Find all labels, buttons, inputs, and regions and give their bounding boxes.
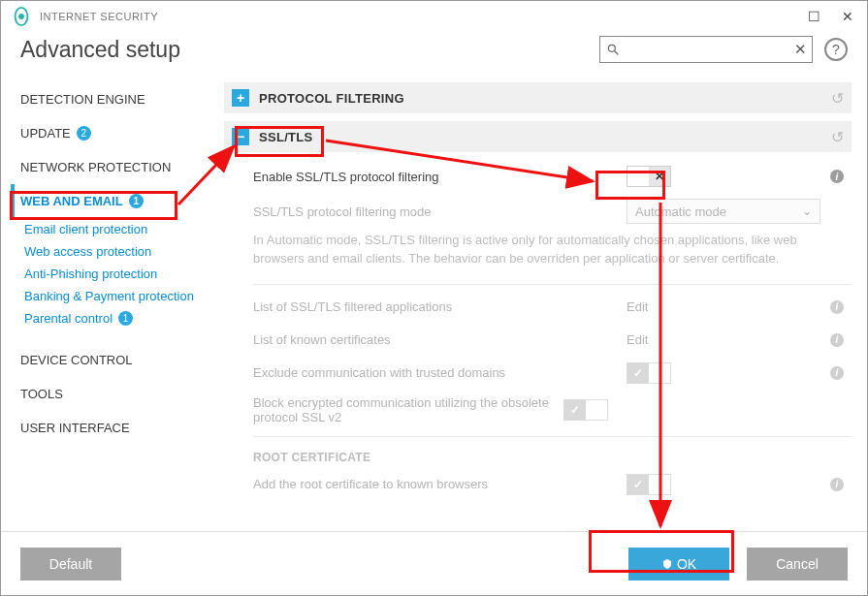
page-title: Advanced setup [20, 37, 180, 63]
toggle-enable-ssl[interactable]: ✕ [627, 166, 671, 187]
toggle-knob: ✓ [564, 400, 586, 420]
info-icon[interactable]: i [830, 170, 844, 183]
footer: Default OK Cancel [1, 531, 867, 595]
svg-point-2 [608, 45, 615, 51]
sidebar-sub-label: Email client protection [24, 222, 147, 236]
row-known-certs: List of known certificates Edit i [224, 324, 852, 357]
row-enable-ssl: Enable SSL/TLS protocol filtering ✕ i [224, 160, 852, 193]
sidebar-sub-web-access[interactable]: Web access protection [11, 240, 224, 263]
search-box[interactable]: ✕ [599, 36, 813, 63]
sidebar-item-device-control[interactable]: DEVICE CONTROL [11, 343, 224, 377]
sidebar-sub-label: Web access protection [24, 244, 151, 259]
section-title: SSL/TLS [259, 130, 313, 144]
toggle-exclude-trusted: ✓ [627, 362, 671, 384]
toggle-knob: ✓ [627, 363, 649, 383]
ok-label: OK [677, 556, 696, 572]
row-label: List of SSL/TLS filtered applications [253, 299, 627, 314]
info-icon[interactable]: i [830, 366, 844, 380]
badge-icon: 1 [118, 311, 133, 326]
toggle-add-root-cert: ✓ [627, 474, 671, 495]
maximize-button[interactable]: ☐ [804, 7, 824, 26]
search-clear-icon[interactable]: ✕ [794, 41, 807, 58]
sidebar-item-update[interactable]: UPDATE2 [11, 116, 224, 150]
reset-icon[interactable]: ↺ [831, 128, 844, 146]
sidebar-label: DEVICE CONTROL [20, 353, 133, 367]
help-button[interactable]: ? [824, 38, 848, 61]
expand-icon[interactable]: + [232, 89, 249, 107]
section-title: PROTOCOL FILTERING [259, 91, 404, 106]
default-button[interactable]: Default [20, 548, 121, 580]
svg-line-3 [615, 51, 619, 55]
sidebar-sub-label: Parental control [24, 311, 113, 326]
row-block-sslv2: Block encrypted communication utilizing … [224, 390, 852, 430]
sidebar-label: USER INTERFACE [20, 421, 130, 435]
sidebar-sub-label: Banking & Payment protection [24, 289, 194, 303]
ok-button[interactable]: OK [628, 548, 729, 580]
sidebar-sub-anti-phishing[interactable]: Anti-Phishing protection [11, 263, 224, 285]
info-icon[interactable]: i [830, 333, 844, 347]
cancel-button[interactable]: Cancel [747, 548, 848, 580]
window-controls: ☐ ✕ [804, 7, 857, 26]
title-bar: INTERNET SECURITY ☐ ✕ [1, 1, 867, 32]
sidebar-label: DETECTION ENGINE [20, 92, 145, 107]
dropdown-mode[interactable]: Automatic mode ⌄ [627, 199, 820, 224]
row-label: SSL/TLS protocol filtering mode [253, 204, 627, 219]
chevron-down-icon: ⌄ [802, 204, 812, 218]
badge-icon: 2 [77, 126, 91, 141]
row-label: List of known certificates [253, 332, 627, 347]
edit-link[interactable]: Edit [627, 299, 648, 314]
sidebar: DETECTION ENGINE UPDATE2 NETWORK PROTECT… [1, 82, 224, 523]
mode-description: In Automatic mode, SSL/TLS filtering is … [224, 230, 852, 278]
search-icon [606, 43, 620, 56]
info-icon[interactable]: i [830, 478, 844, 491]
row-label: Exclude communication with trusted domai… [253, 365, 627, 380]
sidebar-sub-label: Anti-Phishing protection [24, 267, 157, 281]
badge-icon: 1 [129, 194, 144, 208]
row-filtering-mode: SSL/TLS protocol filtering mode Automati… [224, 193, 852, 230]
section-protocol-filtering[interactable]: + PROTOCOL FILTERING ↺ [224, 82, 852, 113]
sub-header-root-cert: ROOT CERTIFICATE [224, 443, 852, 468]
product-name: INTERNET SECURITY [40, 11, 158, 22]
main-panel: + PROTOCOL FILTERING ↺ − SSL/TLS ↺ Enabl… [224, 82, 867, 523]
sidebar-sub-parental[interactable]: Parental control1 [11, 307, 224, 329]
collapse-icon[interactable]: − [232, 128, 249, 145]
x-icon: ✕ [655, 170, 664, 183]
row-exclude-trusted: Exclude communication with trusted domai… [224, 357, 852, 390]
info-icon[interactable]: i [830, 300, 844, 314]
sidebar-item-network-protection[interactable]: NETWORK PROTECTION [11, 150, 224, 184]
edit-link[interactable]: Edit [627, 332, 648, 347]
sidebar-item-tools[interactable]: TOOLS [11, 377, 224, 411]
toggle-knob: ✓ [627, 475, 649, 494]
sidebar-label: WEB AND EMAIL [20, 194, 123, 208]
sidebar-sub-banking[interactable]: Banking & Payment protection [11, 285, 224, 307]
toggle-block-sslv2: ✓ [563, 399, 608, 421]
sidebar-label: UPDATE [20, 126, 71, 141]
sidebar-sub-email-client[interactable]: Email client protection [11, 218, 224, 240]
close-button[interactable]: ✕ [838, 7, 857, 26]
check-icon: ✓ [570, 403, 580, 417]
sidebar-item-user-interface[interactable]: USER INTERFACE [11, 411, 224, 445]
row-label: Add the root certificate to known browse… [253, 477, 627, 491]
toggle-knob: ✕ [649, 167, 670, 186]
check-icon: ✓ [633, 366, 643, 380]
row-label: Block encrypted communication utilizing … [253, 395, 563, 424]
reset-icon[interactable]: ↺ [831, 89, 844, 108]
sidebar-item-web-and-email[interactable]: WEB AND EMAIL1 [11, 184, 224, 218]
shield-icon [661, 558, 673, 570]
sidebar-label: TOOLS [20, 387, 63, 401]
row-label: Enable SSL/TLS protocol filtering [253, 170, 627, 184]
row-filtered-apps: List of SSL/TLS filtered applications Ed… [224, 291, 852, 324]
sidebar-label: NETWORK PROTECTION [20, 160, 171, 174]
search-input[interactable] [620, 43, 794, 57]
eset-logo [11, 6, 32, 27]
check-icon: ✓ [633, 478, 643, 491]
header: Advanced setup ✕ ? [1, 32, 867, 82]
svg-point-1 [18, 14, 24, 19]
row-add-root-cert: Add the root certificate to known browse… [224, 468, 852, 501]
section-ssl-tls[interactable]: − SSL/TLS ↺ [224, 121, 852, 152]
sidebar-item-detection-engine[interactable]: DETECTION ENGINE [11, 82, 224, 116]
dropdown-value: Automatic mode [635, 204, 726, 219]
